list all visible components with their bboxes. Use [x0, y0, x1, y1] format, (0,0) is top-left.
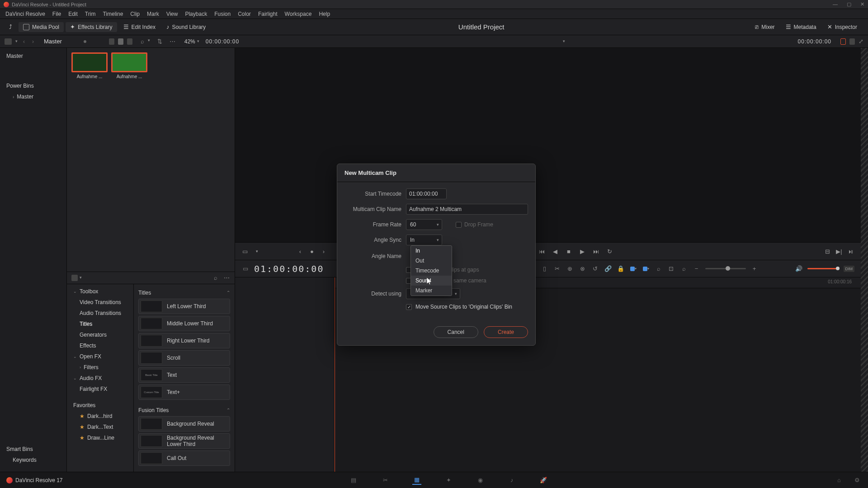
effects-view-icon[interactable]: [71, 275, 78, 281]
timeline-view-icon[interactable]: ▭: [241, 265, 250, 273]
chevron-down-icon[interactable]: ▾: [148, 38, 150, 45]
selection-tool-icon[interactable]: ▯: [541, 265, 549, 273]
breadcrumb[interactable]: Master: [44, 38, 62, 45]
viewer-canvas[interactable]: [235, 48, 861, 242]
menu-timeline[interactable]: Timeline: [99, 11, 127, 17]
play-icon[interactable]: ▶: [579, 248, 586, 255]
menu-edit[interactable]: Edit: [65, 11, 81, 17]
dropdown-option-in[interactable]: In: [411, 246, 452, 256]
start-tc-input[interactable]: [406, 188, 447, 199]
replace-icon[interactable]: ↺: [591, 265, 599, 273]
link-icon[interactable]: 🔗: [604, 265, 612, 273]
chevron-down-icon[interactable]: ▾: [80, 276, 82, 280]
volume-icon[interactable]: 🔊: [795, 265, 803, 273]
viewer-mode-chevron[interactable]: ▾: [253, 248, 260, 255]
favorites-header[interactable]: Favorites: [67, 400, 133, 411]
nav-back[interactable]: ‹: [21, 38, 27, 45]
close-button[interactable]: ✕: [860, 1, 864, 7]
create-button[interactable]: Create: [484, 326, 528, 338]
first-frame-icon[interactable]: ⏮: [538, 248, 545, 255]
dropdown-option-out[interactable]: Out: [411, 256, 452, 266]
smart-bins-header[interactable]: Smart Bins: [0, 444, 66, 455]
favorite-item[interactable]: ★Draw...Line: [67, 432, 133, 443]
reverse-play-icon[interactable]: ◀: [552, 248, 559, 255]
favorite-item[interactable]: ★Dark...hird: [67, 411, 133, 422]
zoom-percent[interactable]: 42%: [184, 38, 195, 45]
zoom-out-icon[interactable]: −: [693, 265, 701, 273]
audio-transitions-node[interactable]: Audio Transitions: [67, 308, 133, 319]
maximize-button[interactable]: ▢: [847, 1, 851, 7]
menu-playback[interactable]: Playback: [181, 11, 211, 17]
media-page-tab[interactable]: ▤: [349, 476, 358, 485]
view-metadata-icon[interactable]: [109, 38, 114, 45]
minimize-button[interactable]: —: [833, 1, 838, 7]
zoom-in-icon[interactable]: +: [750, 265, 759, 273]
view-thumb-icon[interactable]: [118, 38, 123, 45]
openfx-node[interactable]: ⌄Open FX: [67, 351, 133, 362]
title-preset[interactable]: Custom TitleText+: [138, 385, 230, 400]
title-preset[interactable]: Middle Lower Third: [138, 316, 230, 331]
dropdown-icon[interactable]: ▾: [15, 39, 18, 43]
effects-node[interactable]: Effects: [67, 340, 133, 351]
stop-icon[interactable]: ■: [565, 248, 572, 255]
angle-sync-select[interactable]: In: [406, 235, 442, 245]
title-preset[interactable]: Scroll: [138, 350, 230, 366]
menu-fairlight[interactable]: Fairlight: [255, 11, 281, 17]
inspector-toggle[interactable]: ✕Inspector: [823, 22, 862, 32]
move-source-checkbox[interactable]: ✓Move Source Clips to 'Original Clips' B…: [406, 304, 528, 310]
menu-mark[interactable]: Mark: [143, 11, 163, 17]
menu-help[interactable]: Help: [315, 11, 334, 17]
favorite-item[interactable]: ★Dark...Text: [67, 422, 133, 432]
volume-slider[interactable]: [807, 268, 839, 269]
single-viewer-icon[interactable]: [849, 38, 855, 45]
menu-fusion[interactable]: Fusion: [211, 11, 234, 17]
fairlightfx-node[interactable]: Fairlight FX: [67, 384, 133, 394]
sound-library-toggle[interactable]: ♪Sound Library: [162, 22, 210, 32]
fairlight-page-tab[interactable]: ♪: [507, 476, 516, 485]
cut-page-tab[interactable]: ✂: [381, 476, 390, 485]
zoom-fit-icon[interactable]: ⊡: [667, 265, 675, 273]
audiofx-node[interactable]: ⌄Audio FX: [67, 373, 133, 384]
power-bin-master[interactable]: ›Master: [0, 91, 66, 102]
go-next-icon[interactable]: ▶|: [835, 248, 843, 255]
menu-view[interactable]: View: [163, 11, 182, 17]
match-frame-icon[interactable]: ●: [308, 248, 316, 255]
view-list-icon[interactable]: [127, 38, 132, 45]
blade-tool-icon[interactable]: ✂: [553, 265, 561, 273]
color-page-tab[interactable]: ◉: [476, 476, 485, 485]
home-icon[interactable]: ⌂: [835, 476, 844, 485]
search-icon[interactable]: ⌕: [214, 275, 220, 281]
flag-icon[interactable]: ▾: [629, 265, 637, 273]
menu-workspace[interactable]: Workspace: [281, 11, 316, 17]
go-end-icon[interactable]: ⏯: [847, 248, 854, 255]
metadata-toggle[interactable]: ☰Metadata: [781, 22, 821, 32]
frame-rate-select[interactable]: 60: [406, 219, 442, 230]
title-preset[interactable]: Basic TitleText: [138, 367, 230, 383]
edit-page-tab[interactable]: ▦: [412, 476, 421, 485]
insert-icon[interactable]: ⊕: [566, 265, 574, 273]
right-edge-handle[interactable]: [861, 48, 868, 472]
title-preset[interactable]: Left Lower Third: [138, 299, 230, 314]
expand-viewer-icon[interactable]: ⤢: [859, 38, 863, 45]
titles-node[interactable]: Titles: [67, 319, 133, 329]
lock-icon[interactable]: 🔒: [617, 265, 625, 273]
zoom-chevron-icon[interactable]: ▾: [197, 39, 199, 43]
menu-file[interactable]: File: [49, 11, 65, 17]
menu-clip[interactable]: Clip: [127, 11, 143, 17]
dropdown-option-timecode[interactable]: Timecode: [411, 266, 452, 276]
viewer-mode-icon[interactable]: ▭: [241, 248, 249, 255]
clip-name-input[interactable]: [406, 204, 528, 215]
last-frame-icon[interactable]: ⏭: [592, 248, 599, 255]
title-preset[interactable]: Right Lower Third: [138, 333, 230, 348]
overwrite-icon[interactable]: ⊗: [579, 265, 587, 273]
match-icon[interactable]: ⊟: [824, 248, 831, 255]
export-button[interactable]: ⤴: [5, 22, 17, 32]
bin-view-icon[interactable]: [5, 38, 12, 45]
media-pool-toggle[interactable]: Media Pool: [19, 22, 64, 32]
options-icon[interactable]: ⋯: [170, 38, 175, 45]
title-preset[interactable]: Call Out: [138, 450, 230, 466]
zoom-detail-icon[interactable]: ⌕: [680, 265, 688, 273]
menu-color[interactable]: Color: [234, 11, 255, 17]
playhead[interactable]: [335, 277, 335, 472]
next-edit-icon[interactable]: ›: [320, 248, 327, 255]
